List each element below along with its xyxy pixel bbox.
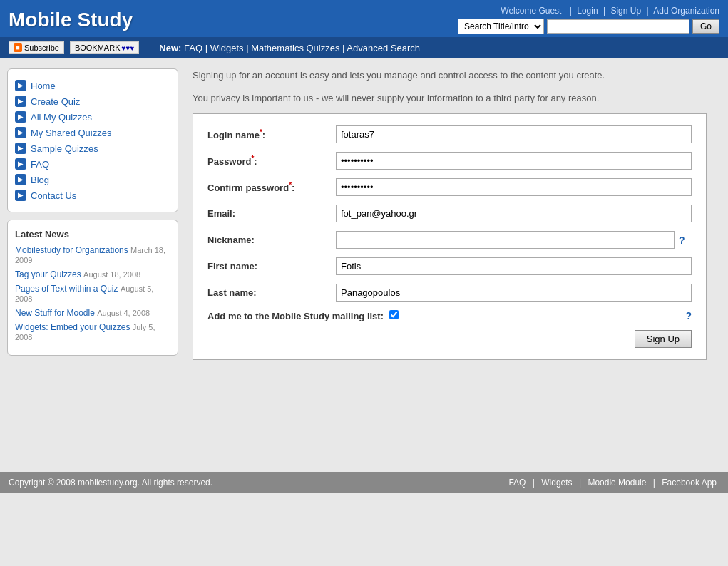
sidebar-label-shared-quizzes: My Shared Quizzes — [31, 128, 111, 138]
search-type-select[interactable]: Search Title/Intro — [458, 19, 544, 34]
sidebar-label-all-quizzes: All My Quizzes — [31, 112, 92, 123]
footer-facebook-link[interactable]: Facebook App — [662, 478, 717, 488]
faq-icon: ▶ — [15, 158, 26, 170]
sidebar-item-blog[interactable]: ▶ Blog — [15, 172, 170, 187]
news-link-4[interactable]: New Stuff for Moodle — [15, 308, 95, 318]
search-go-button[interactable]: Go — [692, 19, 719, 34]
login-link[interactable]: Login — [577, 6, 598, 16]
welcome-text: Welcome Guest — [501, 6, 561, 16]
last-name-input-wrapper — [336, 284, 692, 302]
news-item-3: Pages of Text within a Quiz August 5, 20… — [15, 284, 170, 304]
news-link-2[interactable]: Tag your Quizzes — [15, 269, 81, 279]
login-name-field[interactable] — [336, 125, 692, 143]
nav-advanced-search-link[interactable]: Advanced Search — [347, 43, 420, 53]
news-box: Latest News Mobilestudy for Organization… — [7, 220, 178, 356]
subscribe-button[interactable]: ■ Subscribe — [9, 41, 64, 54]
contact-icon: ▶ — [15, 190, 26, 201]
form-row-login: Login name*: — [207, 125, 692, 143]
footer-faq-link[interactable]: FAQ — [508, 478, 526, 488]
sidebar-label-sample-quizzes: Sample Quizzes — [31, 143, 98, 154]
confirm-password-field[interactable] — [336, 178, 692, 196]
bookmark-label: BOOKMARK — [75, 43, 121, 52]
footer-moodle-link[interactable]: Moodle Module — [588, 478, 646, 488]
shared-quizzes-icon: ▶ — [15, 127, 26, 138]
news-link-5[interactable]: Widgets: Embed your Quizzes — [15, 322, 130, 332]
first-name-label: First name: — [207, 261, 336, 272]
nav-faq-link[interactable]: FAQ — [184, 43, 202, 53]
sidebar-label-blog: Blog — [31, 175, 49, 185]
news-item-5: Widgets: Embed your Quizzes July 5, 2008 — [15, 322, 170, 342]
email-input-wrapper — [336, 205, 692, 222]
footer: Copyright © 2008 mobilestudy.org. All ri… — [0, 472, 728, 493]
sidebar-item-all-quizzes[interactable]: ▶ All My Quizzes — [15, 109, 170, 125]
form-row-password: Password*: — [207, 152, 692, 170]
copyright-text: Copyright © 2008 mobilestudy.org. All ri… — [9, 478, 212, 488]
form-row-email: Email: — [207, 205, 692, 222]
logo: Mobile Study — [9, 9, 133, 31]
nickname-label: Nickname: — [207, 235, 336, 245]
subscribe-label: Subscribe — [24, 43, 59, 52]
first-name-field[interactable] — [336, 257, 692, 275]
nav-bar: ■ Subscribe BOOKMARK ♥♥♥ New: FAQ | Widg… — [0, 37, 728, 58]
news-date-2b: August 18, 2008 — [83, 270, 140, 279]
bookmark-button[interactable]: BOOKMARK ♥♥♥ — [70, 41, 139, 54]
form-row-confirm-password: Confirm password*: — [207, 178, 692, 196]
rss-icon: ■ — [14, 43, 22, 52]
form-row-last-name: Last name: — [207, 284, 692, 302]
sidebar-item-faq[interactable]: ▶ FAQ — [15, 156, 170, 172]
nav-widgets-link[interactable]: Widgets — [210, 43, 244, 53]
news-item-2: Tag your Quizzes August 18, 2008 — [15, 269, 170, 279]
news-link-3[interactable]: Pages of Text within a Quiz — [15, 284, 118, 294]
confirm-password-label: Confirm password*: — [207, 181, 336, 193]
blog-icon: ▶ — [15, 174, 26, 185]
footer-links: FAQ | Widgets | Moodle Module | Facebook… — [506, 478, 719, 488]
nickname-field[interactable] — [336, 231, 675, 249]
nickname-input-wrapper: ? — [336, 231, 692, 249]
new-label: New: — [159, 43, 181, 53]
mailing-left: Add me to the Mobile Study mailing list: — [207, 310, 401, 321]
sidebar-label-faq: FAQ — [31, 159, 49, 170]
mailing-checkbox[interactable] — [389, 310, 399, 319]
search-input[interactable] — [547, 19, 689, 34]
news-date-4b: August 4, 2008 — [97, 309, 150, 317]
nav-box: ▶ Home ▶ Create Quiz ▶ All My Quizzes ▶ … — [7, 68, 178, 212]
search-bar: Search Title/Intro Go — [458, 19, 719, 34]
email-field[interactable] — [336, 205, 692, 222]
password-field[interactable] — [336, 152, 692, 170]
signup-form: Login name*: Password*: Confirm password… — [193, 113, 707, 360]
sample-quizzes-icon: ▶ — [15, 143, 26, 154]
sidebar-item-home[interactable]: ▶ Home — [15, 78, 170, 93]
intro-text-1: Signing up for an account is easy and le… — [193, 68, 707, 83]
password-label: Password*: — [207, 155, 336, 167]
sidebar-label-home: Home — [31, 81, 56, 91]
create-quiz-icon: ▶ — [15, 96, 26, 107]
sidebar-item-contact-us[interactable]: ▶ Contact Us — [15, 187, 170, 203]
news-link-1[interactable]: Mobilestudy for Organizations — [15, 245, 128, 255]
mailing-label: Add me to the Mobile Study mailing list: — [207, 311, 384, 321]
nickname-help-icon[interactable]: ? — [679, 235, 685, 246]
add-org-link[interactable]: Add Organization — [653, 6, 719, 16]
login-name-input-wrapper — [336, 125, 692, 143]
signup-link[interactable]: Sign Up — [610, 6, 641, 16]
form-row-first-name: First name: — [207, 257, 692, 275]
form-actions: Sign Up — [207, 330, 692, 348]
top-nav: Welcome Guest | Login | Sign Up | Add Or… — [498, 6, 719, 16]
intro-text-2: You privacy is important to us - we will… — [193, 91, 707, 106]
all-quizzes-icon: ▶ — [15, 111, 26, 123]
form-row-mailing: Add me to the Mobile Study mailing list:… — [207, 310, 692, 321]
news-item-4: New Stuff for Moodle August 4, 2008 — [15, 308, 170, 318]
sidebar-label-create-quiz: Create Quiz — [31, 96, 80, 107]
footer-widgets-link[interactable]: Widgets — [541, 478, 572, 488]
sidebar-item-create-quiz[interactable]: ▶ Create Quiz — [15, 93, 170, 109]
mailing-help-icon[interactable]: ? — [685, 310, 692, 321]
sidebar-item-shared-quizzes[interactable]: ▶ My Shared Quizzes — [15, 125, 170, 140]
last-name-field[interactable] — [336, 284, 692, 302]
signup-button[interactable]: Sign Up — [635, 330, 692, 348]
form-row-nickname: Nickname: ? — [207, 231, 692, 249]
sidebar-item-sample-quizzes[interactable]: ▶ Sample Quizzes — [15, 140, 170, 156]
password-input-wrapper — [336, 152, 692, 170]
bookmark-icons: ♥♥♥ — [122, 44, 135, 52]
confirm-password-input-wrapper — [336, 178, 692, 196]
nav-math-quizzes-link[interactable]: Mathematics Quizzes — [251, 43, 339, 53]
login-name-label: Login name*: — [207, 128, 336, 140]
